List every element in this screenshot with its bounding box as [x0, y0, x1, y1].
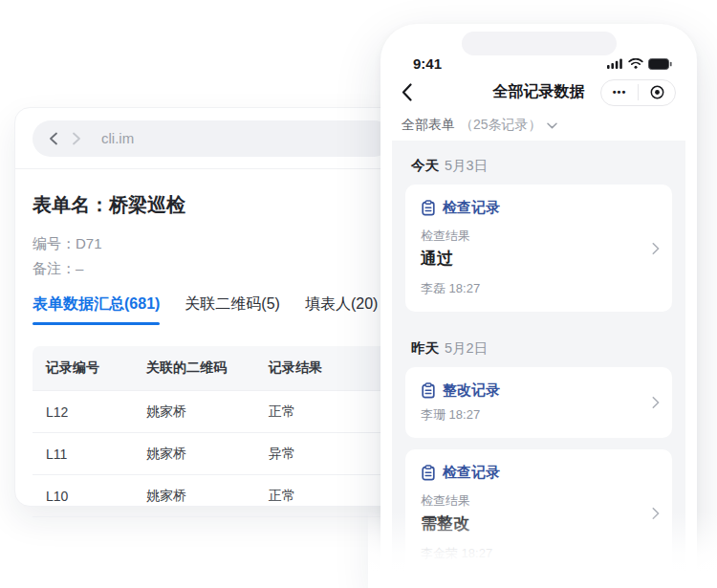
chevron-right-icon [652, 397, 660, 409]
back-icon[interactable] [48, 132, 59, 145]
browser-chrome: cli.im [15, 108, 409, 169]
section-day: 昨天 [411, 340, 439, 356]
status-bar: 9:41 [392, 53, 685, 75]
page-title: 表单名：桥梁巡检 [33, 192, 392, 218]
more-button[interactable]: ••• [601, 87, 638, 98]
nav-bar: 全部记录数据 ••• [392, 75, 685, 110]
field-label: 检查结果 [421, 228, 657, 245]
cell-qrcode: 姚家桥 [133, 403, 255, 421]
record-card-inspection-yesterday[interactable]: 检查记录 检查结果 需整改 李金荣 18:27 [405, 449, 672, 577]
cell-qrcode: 姚家桥 [133, 446, 255, 463]
form-filter-dropdown[interactable]: 全部表单 （25条记录） [392, 110, 685, 141]
tab-bar: 表单数据汇总(681) 关联二维码(5) 填表人(20) [33, 294, 392, 325]
section-day: 今天 [411, 158, 439, 173]
table-row[interactable]: L11 姚家桥 异常 [33, 432, 392, 474]
chevron-right-icon [652, 242, 660, 254]
field-label: 检查结果 [421, 492, 657, 510]
cell-record-id: L11 [33, 446, 133, 462]
wifi-icon [628, 58, 643, 69]
status-time: 9:41 [413, 55, 442, 72]
target-circle-icon [650, 85, 664, 99]
record-card-inspection-today[interactable]: 检查记录 检查结果 通过 李磊 18:27 [405, 185, 672, 312]
tab-fillers[interactable]: 填表人(20) [305, 294, 378, 325]
section-date: 5月2日 [445, 340, 488, 356]
filter-count: （25条记录） [460, 117, 542, 134]
nav-back-icon[interactable] [402, 83, 432, 101]
phone-notch [462, 32, 617, 55]
cell-record-id: L10 [33, 489, 133, 504]
address-bar[interactable]: cli.im [33, 120, 392, 157]
records-table: 记录编号 关联的二维码 记录结果 L12 姚家桥 正常 L11 姚家桥 异常 L… [33, 346, 392, 517]
clipboard-icon [421, 465, 436, 481]
cell-record-id: L12 [33, 404, 133, 420]
section-date: 5月3日 [445, 158, 488, 173]
clipboard-icon [421, 200, 436, 216]
form-number-value: D71 [76, 235, 102, 251]
tab-data-summary[interactable]: 表单数据汇总(681) [33, 294, 160, 325]
chevron-down-icon [547, 122, 557, 129]
record-meta: 李珊 18:27 [421, 406, 657, 424]
field-value: 需整改 [421, 512, 657, 534]
filter-name: 全部表单 [402, 117, 455, 134]
clipboard-icon [421, 382, 436, 399]
miniprogram-capsule: ••• [600, 79, 676, 106]
cell-result: 正常 [255, 488, 392, 505]
cell-signal-icon [607, 58, 623, 69]
date-section-header: 昨天5月2日 [405, 323, 672, 367]
column-header-result: 记录结果 [255, 359, 392, 377]
phone-mockup: 9:41 全部记录数据 ••• 全部表单 （25条记录） [380, 24, 697, 588]
table-header-row: 记录编号 关联的二维码 记录结果 [33, 346, 392, 390]
form-number-line: 编号：D71 [33, 231, 392, 256]
url-text: cli.im [101, 130, 134, 146]
table-row[interactable]: L10 姚家桥 正常 [33, 474, 392, 516]
record-type-label: 检查记录 [443, 199, 500, 217]
cell-qrcode: 姚家桥 [133, 488, 255, 505]
browser-window: cli.im 表单名：桥梁巡检 编号：D71 备注：– 表单数据汇总(681) … [14, 107, 410, 507]
form-remark-value: – [76, 260, 83, 276]
nav-title: 全部记录数据 [493, 82, 585, 102]
field-value: 通过 [421, 248, 657, 270]
minimize-button[interactable] [639, 85, 675, 99]
form-remark-label: 备注： [33, 260, 76, 276]
table-row[interactable]: L12 姚家桥 正常 [33, 390, 392, 432]
tab-linked-qrcodes[interactable]: 关联二维码(5) [185, 294, 280, 325]
cell-result: 正常 [255, 403, 392, 421]
forward-icon[interactable] [71, 132, 82, 145]
more-icon: ••• [613, 87, 627, 98]
record-type-label: 整改记录 [443, 381, 500, 400]
record-card-rectification[interactable]: 整改记录 李珊 18:27 [405, 367, 672, 438]
cell-result: 异常 [255, 446, 392, 463]
chevron-right-icon [652, 507, 660, 519]
record-list: 今天5月3日 检查记录 检查结果 通过 李磊 18:27 昨天5月2日 [392, 141, 685, 588]
column-header-record-id: 记录编号 [33, 359, 133, 377]
record-meta: 李磊 18:27 [421, 280, 657, 297]
column-header-qrcode: 关联的二维码 [133, 359, 255, 377]
battery-icon [648, 58, 672, 70]
form-number-label: 编号： [33, 235, 76, 251]
date-section-header: 今天5月3日 [405, 141, 672, 185]
record-type-label: 检查记录 [443, 464, 500, 482]
record-meta: 李金荣 18:27 [421, 545, 657, 562]
form-detail: 表单名：桥梁巡检 编号：D71 备注：– 表单数据汇总(681) 关联二维码(5… [15, 169, 409, 517]
form-remark-line: 备注：– [33, 256, 392, 281]
